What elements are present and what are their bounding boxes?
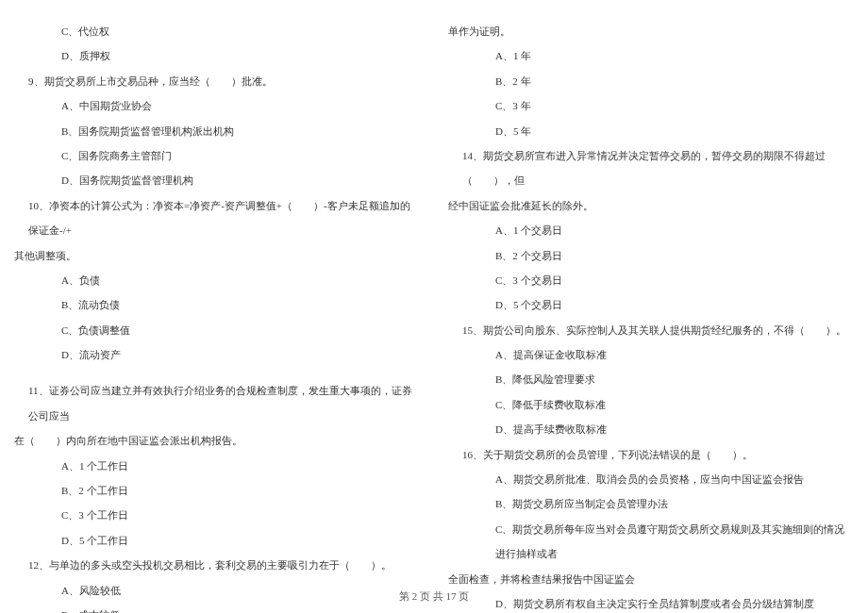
option-15a: A、提高保证金收取标准 — [448, 342, 854, 367]
option-9d: D、国务院期货监督管理机构 — [14, 168, 420, 192]
option-11a: A、1 个工作日 — [14, 454, 420, 478]
option-13c: C、3 年 — [448, 93, 854, 118]
page-footer: 第 2 页 共 17 页 — [0, 589, 868, 604]
question-11-line2: 在（ ）内向所在地中国证监会派出机构报告。 — [14, 428, 420, 453]
option-15b: B、降低风险管理要求 — [448, 367, 854, 391]
question-15: 15、期货公司向股东、实际控制人及其关联人提供期货经纪服务的，不得（ ）。 — [448, 318, 854, 342]
option-11b: B、2 个工作日 — [14, 478, 420, 503]
question-14-line2: 经中国证监会批准延长的除外。 — [448, 193, 854, 218]
spacer — [14, 367, 420, 378]
option-8c: C、代位权 — [14, 19, 420, 43]
right-column: 单作为证明。 A、1 年 B、2 年 C、3 年 D、5 年 14、期货交易所宣… — [448, 19, 854, 566]
left-column: C、代位权 D、质押权 9、期货交易所上市交易品种，应当经（ ）批准。 A、中国… — [14, 19, 420, 566]
option-14b: B、2 个交易日 — [448, 243, 854, 268]
option-10a: A、负债 — [14, 268, 420, 292]
option-14d: D、5 个交易日 — [448, 292, 854, 317]
option-15d: D、提高手续费收取标准 — [448, 417, 854, 441]
question-13-cont: 单作为证明。 — [448, 19, 854, 43]
two-column-layout: C、代位权 D、质押权 9、期货交易所上市交易品种，应当经（ ）批准。 A、中国… — [14, 19, 854, 566]
option-16b: B、期货交易所应当制定会员管理办法 — [448, 491, 854, 516]
option-13b: B、2 年 — [448, 69, 854, 93]
question-16: 16、关于期货交易所的会员管理，下列说法错误的是（ ）。 — [448, 442, 854, 467]
question-10-line2: 其他调整项。 — [14, 243, 420, 268]
question-14-line1: 14、期货交易所宣布进入异常情况并决定暂停交易的，暂停交易的期限不得超过（ ），… — [448, 143, 854, 193]
option-15c: C、降低手续费收取标准 — [448, 392, 854, 417]
question-9: 9、期货交易所上市交易品种，应当经（ ）批准。 — [14, 69, 420, 93]
option-11c: C、3 个工作日 — [14, 503, 420, 527]
option-14a: A、1 个交易日 — [448, 218, 854, 242]
question-11-line1: 11、证券公司应当建立并有效执行介绍业务的合规检查制度，发生重大事项的，证券公司… — [14, 378, 420, 428]
option-14c: C、3 个交易日 — [448, 268, 854, 292]
option-10b: B、流动负债 — [14, 292, 420, 317]
option-13d: D、5 年 — [448, 119, 854, 143]
option-8d: D、质押权 — [14, 43, 420, 68]
option-10c: C、负债调整值 — [14, 318, 420, 342]
option-16c-line1: C、期货交易所每年应当对会员遵守期货交易所交易规则及其实施细则的情况进行抽样或者 — [448, 517, 854, 567]
question-10-line1: 10、净资本的计算公式为：净资本=净资产-资产调整值+（ ）-客户未足额追加的保… — [14, 193, 420, 243]
option-13a: A、1 年 — [448, 43, 854, 68]
option-9a: A、中国期货业协会 — [14, 93, 420, 118]
question-12: 12、与单边的多头或空头投机交易相比，套利交易的主要吸引力在于（ ）。 — [14, 553, 420, 577]
option-11d: D、5 个工作日 — [14, 528, 420, 553]
option-9b: B、国务院期货监督管理机构派出机构 — [14, 119, 420, 143]
option-16c-line2: 全面检查，并将检查结果报告中国证监会 — [448, 567, 854, 591]
option-12b: B、成本较低 — [14, 603, 420, 613]
option-9c: C、国务院商务主管部门 — [14, 143, 420, 168]
option-10d: D、流动资产 — [14, 342, 420, 367]
option-16a: A、期货交易所批准、取消会员的会员资格，应当向中国证监会报告 — [448, 467, 854, 491]
